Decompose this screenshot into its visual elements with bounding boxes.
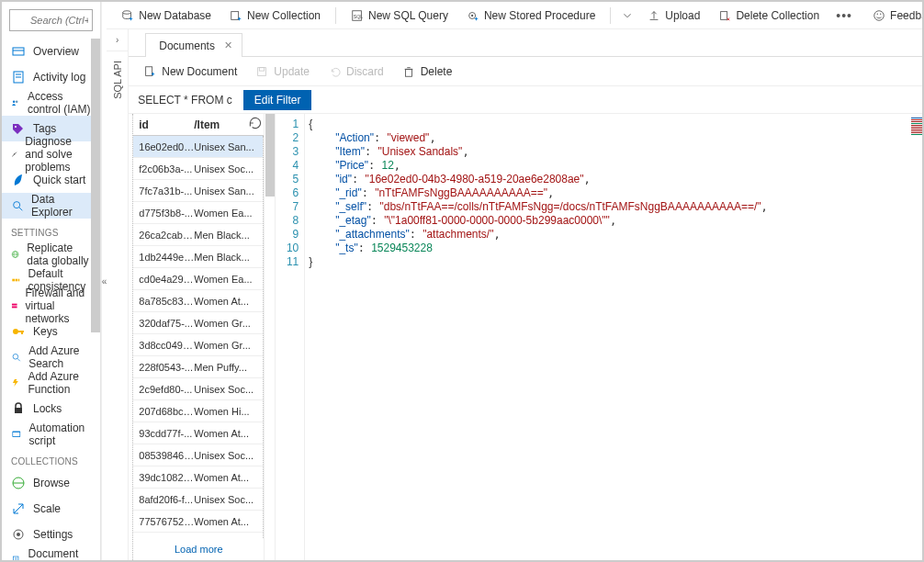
ellipsis-icon: ••• bbox=[838, 9, 851, 22]
sidebar-item-browse[interactable]: Browse bbox=[2, 470, 100, 496]
sidebar-item-search2[interactable]: Add Azure Search bbox=[2, 344, 100, 370]
new-stored-procedure-button[interactable]: New Stored Procedure bbox=[459, 5, 603, 27]
upload-button[interactable]: Upload bbox=[640, 5, 707, 27]
document-row[interactable]: 228f0543-...Men Puffy... bbox=[133, 356, 263, 378]
document-row[interactable]: 26ca2cab-...Men Black... bbox=[133, 224, 263, 246]
row-item: Men Black... bbox=[194, 230, 260, 241]
sidebar-item-iam[interactable]: Access control (IAM) bbox=[2, 90, 100, 116]
row-id: 39dc1082-... bbox=[133, 472, 194, 483]
tab-documents[interactable]: Documents ✕ bbox=[145, 33, 242, 57]
document-add-icon bbox=[143, 65, 156, 78]
document-row[interactable]: 39dc1082-...Women At... bbox=[133, 466, 263, 489]
refresh-button[interactable] bbox=[247, 115, 264, 134]
document-row[interactable]: 08539846-...Unisex Soc... bbox=[133, 444, 263, 466]
more-button[interactable]: ••• bbox=[830, 5, 858, 27]
sidebar-item-scale[interactable]: Scale bbox=[2, 496, 100, 522]
new-document-button[interactable]: New Document bbox=[138, 61, 242, 83]
json-editor[interactable]: 1234567891011 { "Action": "viewed", "Ite… bbox=[276, 114, 924, 560]
sidebar-item-label: Scale bbox=[33, 502, 61, 515]
stored-proc-dropdown[interactable] bbox=[618, 5, 637, 27]
sidebar-item-diagnose[interactable]: Diagnose and solve problems bbox=[2, 141, 100, 167]
document-row[interactable]: 7fc7a31b-...Unisex San... bbox=[133, 180, 263, 202]
new-collection-button[interactable]: New Collection bbox=[222, 5, 328, 27]
filter-query-text: SELECT * FROM c bbox=[138, 94, 231, 107]
discard-button: Discard bbox=[322, 61, 389, 83]
sidebar-item-locks[interactable]: Locks bbox=[2, 396, 100, 422]
delete-collection-icon bbox=[718, 9, 731, 22]
search-input[interactable] bbox=[9, 9, 93, 31]
document-row[interactable]: 93cdd77f-...Women At... bbox=[133, 422, 263, 444]
row-item: Unisex Soc... bbox=[194, 450, 260, 461]
row-id: 8afd20f6-f... bbox=[133, 494, 194, 505]
sidebar-scrollbar-thumb[interactable] bbox=[91, 39, 100, 332]
sidebar-item-globe[interactable]: Replicate data globally bbox=[2, 242, 100, 267]
tabs: Documents ✕ bbox=[129, 29, 924, 57]
delete-collection-button[interactable]: Delete Collection bbox=[711, 5, 827, 27]
sidebar-item-dataexplorer[interactable]: Data Explorer bbox=[2, 193, 100, 219]
sidebar-section-settings: SETTINGS bbox=[2, 219, 100, 242]
code-area[interactable]: { "Action": "viewed", "Item": "Unisex Sa… bbox=[305, 114, 909, 560]
svg-rect-18 bbox=[12, 279, 15, 282]
sidebar-item-firewall[interactable]: Firewall and virtual networks bbox=[2, 293, 100, 319]
tab-label: Documents bbox=[159, 39, 215, 52]
svg-rect-42 bbox=[231, 11, 239, 19]
sidebar-item-overview[interactable]: Overview bbox=[2, 39, 100, 64]
iam-icon bbox=[11, 96, 20, 110]
document-row[interactable]: 2c9efd80-...Unisex Soc... bbox=[133, 378, 263, 400]
sidebar-item-function[interactable]: Add Azure Function bbox=[2, 370, 100, 396]
sidebar-item-activity[interactable]: Activity log bbox=[2, 64, 100, 90]
document-row[interactable]: 207d68bc-...Women Hi... bbox=[133, 400, 263, 422]
svg-point-13 bbox=[14, 202, 20, 208]
sidebar-item-label: Overview bbox=[33, 45, 79, 58]
search2-icon bbox=[11, 350, 21, 365]
tab-close-icon[interactable]: ✕ bbox=[224, 39, 232, 51]
document-row[interactable]: f2c06b3a-...Unisex Soc... bbox=[133, 158, 263, 180]
svg-point-56 bbox=[880, 13, 881, 14]
column-header-item[interactable]: /Item bbox=[194, 118, 247, 131]
sidebar-item-label: Tags bbox=[33, 122, 56, 135]
delete-document-button[interactable]: Delete bbox=[397, 61, 458, 83]
sidebar-item-label: Add Azure Function bbox=[28, 370, 90, 396]
document-row[interactable]: 8afd20f6-f...Unisex Soc... bbox=[133, 489, 263, 511]
document-row[interactable]: 3d8cc049-...Women Gr... bbox=[133, 334, 263, 356]
search-wrap bbox=[2, 2, 100, 39]
row-id: cd0e4a29-... bbox=[133, 274, 194, 285]
new-sql-query-button[interactable]: SQLNew SQL Query bbox=[344, 5, 456, 27]
doclist-scrollbar-thumb[interactable] bbox=[265, 114, 275, 197]
document-row[interactable]: d775f3b8-...Women Ea... bbox=[133, 202, 263, 224]
doclist-scrollbar[interactable] bbox=[265, 114, 276, 560]
dataexplorer-icon bbox=[11, 198, 24, 213]
trash-icon bbox=[402, 65, 415, 78]
consistency-icon bbox=[11, 273, 20, 287]
sql-icon: SQL bbox=[351, 9, 364, 22]
new-database-button[interactable]: New Database bbox=[114, 5, 219, 27]
feedback-button[interactable]: Feedback bbox=[865, 5, 924, 27]
svg-point-8 bbox=[16, 101, 17, 103]
document-row[interactable]: 1db2449e-...Men Black... bbox=[133, 246, 263, 268]
sidebar-section-collections: COLLECTIONS bbox=[2, 447, 100, 470]
load-more-button[interactable]: Load more bbox=[133, 538, 264, 560]
svg-line-27 bbox=[17, 358, 20, 361]
tree-expand-button[interactable]: › bbox=[107, 29, 128, 51]
svg-rect-51 bbox=[721, 11, 727, 19]
document-row[interactable]: 16e02ed0-...Unisex San... bbox=[133, 136, 263, 158]
database-add-icon bbox=[121, 9, 134, 22]
sidebar-item-label: Quick start bbox=[33, 174, 85, 186]
document-row[interactable]: 77576752-...Women At... bbox=[133, 511, 263, 533]
document-row[interactable]: 320daf75-...Women Gr... bbox=[133, 312, 263, 334]
sidebar-item-docexp[interactable]: Document Explorer bbox=[2, 547, 100, 560]
svg-point-9 bbox=[15, 126, 17, 128]
svg-point-35 bbox=[17, 533, 20, 536]
edit-filter-button[interactable]: Edit Filter bbox=[243, 90, 312, 110]
document-row[interactable]: 8a785c83-...Women At... bbox=[133, 290, 263, 312]
row-item: Unisex Soc... bbox=[194, 494, 260, 505]
sidebar-item-script[interactable]: Automation script bbox=[2, 422, 100, 447]
svg-point-54 bbox=[874, 10, 885, 20]
document-row[interactable]: cd0e4a29-...Women Ea... bbox=[133, 268, 263, 290]
divider bbox=[610, 7, 611, 24]
sidebar-item-label: Automation script bbox=[29, 422, 91, 447]
keys-icon bbox=[11, 324, 26, 339]
svg-text:SQL: SQL bbox=[354, 13, 364, 18]
column-header-id[interactable]: id bbox=[133, 118, 194, 131]
sidebar-item-settings[interactable]: Settings bbox=[2, 522, 100, 547]
